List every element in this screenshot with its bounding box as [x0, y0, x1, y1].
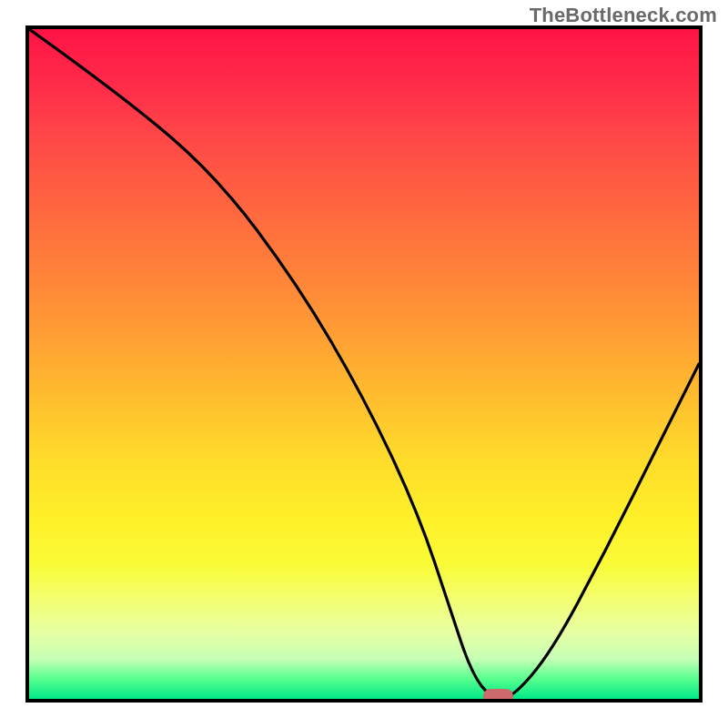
curve-layer: [29, 29, 699, 699]
optimal-marker: [483, 689, 513, 703]
bottleneck-chart: TheBottleneck.com: [0, 0, 728, 728]
plot-area: [25, 25, 703, 703]
watermark-text: TheBottleneck.com: [530, 4, 717, 27]
bottleneck-curve: [29, 29, 699, 699]
